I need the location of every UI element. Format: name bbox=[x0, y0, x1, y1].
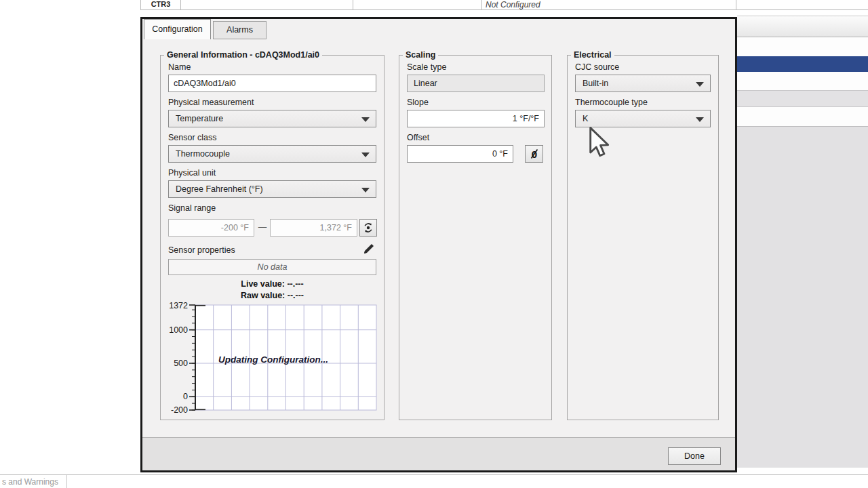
dropdown-value: Temperature bbox=[176, 114, 223, 123]
chevron-down-icon bbox=[361, 188, 370, 192]
chevron-down-icon bbox=[361, 152, 370, 157]
thermocouple-type-dropdown[interactable]: K bbox=[575, 110, 711, 127]
background-list-header bbox=[737, 16, 868, 37]
sensor-properties-label: Sensor properties bbox=[168, 245, 235, 255]
signal-range-label: Signal range bbox=[168, 203, 216, 213]
physical-measurement-dropdown[interactable]: Temperature bbox=[168, 110, 376, 127]
group-title: Scaling bbox=[403, 50, 438, 60]
table-row[interactable] bbox=[737, 107, 868, 126]
tab-alarms[interactable]: Alarms bbox=[213, 21, 267, 39]
table-row[interactable] bbox=[737, 37, 868, 56]
svg-text:0: 0 bbox=[183, 392, 188, 401]
svg-text:-200: -200 bbox=[171, 405, 188, 415]
edit-sensor-properties-button[interactable] bbox=[361, 241, 376, 256]
live-value-readout: Live value: --.--- bbox=[161, 279, 384, 289]
dropdown-value: Built-in bbox=[583, 79, 608, 88]
signal-range-min-input[interactable] bbox=[168, 219, 254, 237]
group-title: Electrical bbox=[571, 50, 614, 60]
live-value-chart: 137210005000-200Updating Configuration..… bbox=[161, 300, 379, 415]
offset-input[interactable] bbox=[407, 145, 513, 163]
zero-offset-button[interactable]: 0 bbox=[525, 145, 543, 163]
channel-name-cell: CTR3 bbox=[140, 0, 181, 8]
svg-text:1000: 1000 bbox=[169, 325, 188, 335]
refresh-target-icon bbox=[363, 222, 374, 233]
svg-text:500: 500 bbox=[174, 359, 188, 368]
chevron-down-icon bbox=[696, 117, 704, 122]
statusbar-cell-divider bbox=[66, 475, 67, 488]
table-row[interactable] bbox=[737, 72, 868, 90]
table-row[interactable] bbox=[737, 90, 868, 107]
sensor-class-dropdown[interactable]: Thermocouple bbox=[168, 145, 376, 163]
raw-value-readout: Raw value: --.--- bbox=[161, 291, 384, 300]
slope-input[interactable] bbox=[407, 110, 545, 127]
scale-type-label: Scale type bbox=[407, 62, 446, 72]
general-information-group: General Information - cDAQ3Mod1/ai0 Name… bbox=[160, 55, 384, 420]
table-grid-line bbox=[736, 0, 736, 10]
electrical-group: Electrical CJC source Built-in Thermocou… bbox=[567, 55, 719, 420]
background-panel bbox=[737, 126, 868, 468]
group-title: General Information - cDAQ3Mod1/ai0 bbox=[164, 50, 322, 60]
channel-status-cell: Not Configured bbox=[486, 0, 540, 9]
table-grid-line bbox=[481, 0, 482, 10]
thermocouple-type-label: Thermocouple type bbox=[575, 98, 648, 107]
physical-unit-dropdown[interactable]: Degree Fahrenheit (°F) bbox=[168, 180, 376, 198]
svg-text:1372: 1372 bbox=[169, 301, 188, 310]
sensor-class-label: Sensor class bbox=[168, 133, 217, 142]
signal-range-separator: — bbox=[256, 222, 269, 232]
chevron-down-icon bbox=[696, 82, 704, 87]
slope-label: Slope bbox=[407, 98, 429, 107]
channel-configuration-dialog: Configuration Alarms General Information… bbox=[140, 17, 737, 472]
scale-type-field: Linear bbox=[407, 75, 545, 92]
dropdown-value: Degree Fahrenheit (°F) bbox=[176, 184, 263, 194]
dropdown-value: Thermocouple bbox=[176, 149, 230, 159]
done-button[interactable]: Done bbox=[668, 447, 721, 465]
dropdown-value: K bbox=[583, 114, 588, 123]
statusbar-divider bbox=[0, 474, 868, 475]
statusbar-errors-warnings: s and Warnings bbox=[2, 477, 58, 487]
dialog-footer bbox=[142, 437, 735, 470]
chevron-down-icon bbox=[361, 117, 370, 122]
name-input[interactable] bbox=[168, 75, 376, 92]
sensor-properties-value: No data bbox=[168, 259, 376, 275]
table-row-selected[interactable] bbox=[737, 56, 868, 72]
cjc-source-dropdown[interactable]: Built-in bbox=[575, 75, 711, 92]
scaling-group: Scaling Scale type Linear Slope Offset 0 bbox=[399, 55, 552, 420]
tab-configuration[interactable]: Configuration bbox=[144, 19, 211, 39]
table-grid-line bbox=[353, 0, 353, 10]
physical-measurement-label: Physical measurement bbox=[168, 98, 254, 107]
signal-range-auto-button[interactable] bbox=[359, 219, 377, 237]
signal-range-max-input[interactable] bbox=[270, 219, 357, 237]
slashed-zero-icon: 0 bbox=[530, 148, 539, 160]
name-label: Name bbox=[168, 62, 191, 72]
physical-unit-label: Physical unit bbox=[168, 168, 216, 178]
mouse-cursor bbox=[585, 126, 616, 161]
cjc-source-label: CJC source bbox=[575, 62, 619, 72]
offset-label: Offset bbox=[407, 133, 429, 142]
pencil-icon bbox=[361, 241, 376, 256]
svg-text:Updating Configuration...: Updating Configuration... bbox=[218, 354, 328, 365]
